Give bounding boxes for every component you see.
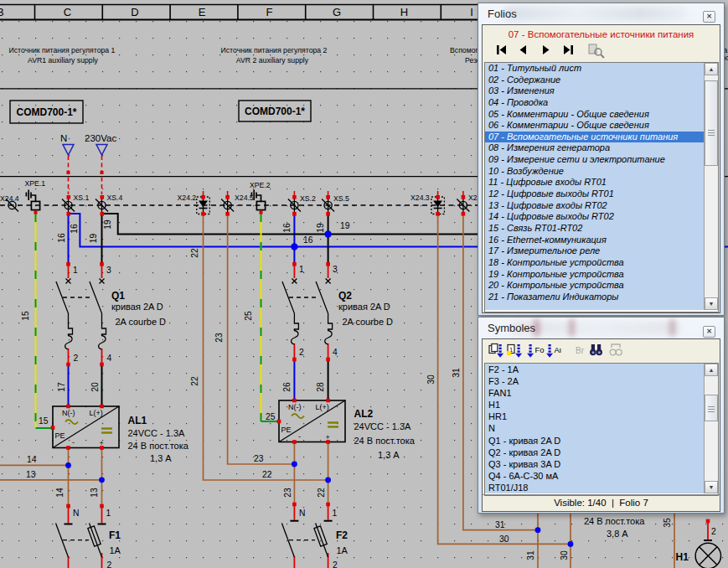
svg-text:3,8 А: 3,8 А — [607, 529, 628, 539]
svg-text:X24.2: X24.2 — [178, 194, 197, 202]
svg-text:1: 1 — [299, 265, 304, 274]
svg-text:15: 15 — [39, 416, 49, 426]
svg-text:B: B — [0, 6, 4, 18]
svg-text:3: 3 — [333, 265, 338, 274]
svg-text:Fo: Fo — [535, 345, 545, 354]
svg-text:24VCC - 1.3A: 24VCC - 1.3A — [354, 421, 412, 431]
svg-text:2: 2 — [299, 348, 304, 357]
svg-text:F: F — [266, 6, 273, 18]
svg-text:F1: F1 — [109, 529, 121, 541]
svg-text:AVR1 auxiliary supply: AVR1 auxiliary supply — [28, 56, 99, 65]
svg-text:16: 16 — [70, 224, 79, 234]
svg-text:XS.5: XS.5 — [333, 194, 349, 203]
svg-text:D: D — [131, 6, 138, 18]
svg-text:16: 16 — [282, 223, 292, 233]
svg-text:31: 31 — [526, 550, 535, 560]
svg-text:Источник питания регулятора 1: Источник питания регулятора 1 — [9, 46, 116, 54]
svg-text:16: 16 — [303, 235, 313, 245]
svg-text:N: N — [73, 509, 79, 518]
svg-text:Br: Br — [576, 346, 585, 355]
svg-text:PE: PE — [281, 426, 292, 434]
svg-text:N(-): N(-) — [288, 403, 302, 411]
svg-text:230Vac: 230Vac — [85, 133, 116, 143]
svg-text:COMD700-1*: COMD700-1* — [16, 106, 76, 118]
svg-text:AL2: AL2 — [354, 408, 374, 420]
svg-text:XPE.2: XPE.2 — [250, 181, 271, 189]
svg-text:4: 4 — [107, 354, 112, 363]
svg-text:1: 1 — [73, 266, 78, 275]
svg-text:30: 30 — [560, 550, 569, 560]
svg-text:N(-): N(-) — [62, 409, 75, 417]
svg-text:X24.3: X24.3 — [410, 194, 430, 202]
svg-text:AL1: AL1 — [128, 415, 147, 426]
svg-text:X24.5: X24.5 — [235, 194, 254, 202]
svg-text:17: 17 — [57, 382, 66, 392]
svg-text:2: 2 — [107, 560, 112, 568]
svg-text:Q2: Q2 — [338, 290, 352, 302]
svg-text:G: G — [333, 6, 341, 18]
svg-text:22: 22 — [190, 376, 199, 386]
svg-text:1A: 1A — [337, 545, 349, 555]
svg-text:Q1: Q1 — [111, 290, 125, 302]
svg-text:1A: 1A — [110, 545, 121, 555]
svg-text:I: I — [470, 6, 473, 18]
svg-text:кривая 2A D: кривая 2A D — [338, 302, 390, 312]
svg-text:35: 35 — [663, 518, 672, 528]
svg-text:кривая 2A D: кривая 2A D — [111, 302, 163, 312]
svg-text:Источник питания регулятора 2: Источник питания регулятора 2 — [221, 46, 328, 54]
svg-text:22: 22 — [262, 470, 272, 479]
svg-text:14: 14 — [55, 488, 65, 498]
svg-text:28: 28 — [316, 382, 325, 392]
svg-text:H: H — [400, 6, 408, 18]
svg-text:13: 13 — [90, 488, 99, 498]
svg-text:F2: F2 — [336, 529, 348, 541]
svg-text:19: 19 — [89, 234, 98, 244]
svg-text:25: 25 — [266, 412, 276, 421]
svg-text:19: 19 — [340, 221, 350, 230]
svg-text:2: 2 — [711, 527, 716, 536]
svg-text:H1: H1 — [676, 551, 689, 563]
svg-text:13: 13 — [26, 470, 36, 479]
svg-text:24VCC - 1.3A: 24VCC - 1.3A — [128, 428, 186, 438]
svg-text:N: N — [60, 133, 67, 143]
svg-text:2: 2 — [333, 560, 338, 568]
svg-text:23: 23 — [254, 454, 264, 463]
svg-text:E: E — [199, 6, 206, 18]
svg-text:30: 30 — [499, 534, 509, 544]
svg-text:N: N — [299, 509, 305, 518]
svg-text:3: 3 — [106, 266, 111, 275]
svg-text:22: 22 — [317, 488, 326, 498]
svg-text:XS.2: XS.2 — [300, 194, 316, 203]
svg-text:1,3 А: 1,3 А — [378, 450, 400, 460]
svg-text:23: 23 — [214, 333, 224, 343]
svg-text:31: 31 — [452, 368, 461, 378]
svg-text:31: 31 — [495, 520, 505, 529]
svg-text:24 В пост.тока: 24 В пост.тока — [584, 516, 645, 526]
svg-text:XPE.1: XPE.1 — [24, 179, 45, 188]
svg-text:XS.1: XS.1 — [74, 194, 90, 202]
svg-text:-: - — [298, 432, 301, 441]
svg-text:AVR 2 auxiliary supply: AVR 2 auxiliary supply — [236, 56, 309, 65]
svg-text:14: 14 — [27, 455, 37, 464]
svg-text:Aι: Aι — [555, 345, 561, 354]
svg-text:25: 25 — [244, 311, 253, 321]
svg-text:4: 4 — [333, 348, 338, 357]
svg-text:2A courbe D: 2A courbe D — [343, 317, 394, 327]
svg-text:C: C — [64, 6, 71, 18]
svg-text:+: + — [326, 433, 330, 441]
svg-text:30: 30 — [426, 374, 436, 385]
svg-text:24 В пост.тока: 24 В пост.тока — [128, 441, 189, 451]
svg-text:26: 26 — [282, 382, 292, 392]
svg-text:2A courbe D: 2A courbe D — [116, 317, 167, 327]
svg-text:L(+): L(+) — [90, 409, 103, 417]
svg-text:24 В пост.тока: 24 В пост.тока — [354, 436, 416, 446]
svg-text:1: 1 — [106, 509, 111, 518]
svg-text:COMD700-1*: COMD700-1* — [245, 106, 305, 117]
svg-text:PE: PE — [55, 431, 65, 440]
svg-text:20: 20 — [90, 382, 100, 392]
svg-text:1,3 А: 1,3 А — [150, 453, 172, 463]
svg-text:19: 19 — [316, 223, 325, 233]
svg-text:16: 16 — [57, 233, 66, 243]
svg-text:1: 1 — [333, 509, 338, 518]
svg-text:XS.4: XS.4 — [107, 194, 123, 202]
